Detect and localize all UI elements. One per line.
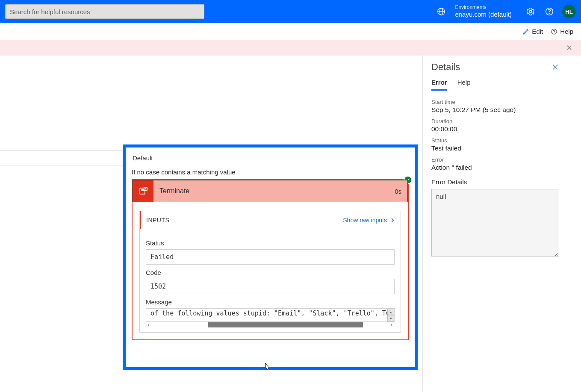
settings-icon[interactable] bbox=[525, 6, 536, 17]
cursor-icon bbox=[265, 363, 272, 371]
switch-default-case-card[interactable]: Default If no case contains a matching v… bbox=[123, 144, 418, 370]
top-app-bar: Search for helpful resources Environment… bbox=[0, 0, 581, 23]
duration-value: 00:00:00 bbox=[431, 125, 559, 133]
code-value: 1502 bbox=[146, 279, 395, 294]
edit-icon bbox=[522, 28, 529, 35]
svg-point-6 bbox=[554, 32, 554, 33]
error-details-textarea[interactable]: null bbox=[431, 189, 559, 256]
user-avatar[interactable]: HL bbox=[562, 5, 576, 18]
duration-label: Duration bbox=[431, 118, 559, 124]
help-circle-icon bbox=[551, 28, 557, 35]
details-panel: Details Error Help Start time Sep 5, 10:… bbox=[422, 56, 568, 392]
action-duration: 0s bbox=[389, 188, 407, 195]
run-status-label: Status bbox=[431, 137, 559, 144]
details-tabs: Error Help bbox=[431, 79, 559, 91]
inputs-panel: INPUTS Show raw inputs Status Failed Cod… bbox=[139, 211, 401, 333]
avatar-initials: HL bbox=[565, 9, 572, 15]
action-name: Terminate bbox=[153, 187, 389, 195]
search-placeholder-text: Search for helpful resources bbox=[10, 8, 90, 15]
inputs-heading: INPUTS bbox=[146, 217, 169, 224]
terminate-action-card[interactable]: Terminate 0s INPUTS Show raw inputs bbox=[132, 179, 409, 340]
canvas-row bbox=[0, 150, 123, 166]
message-value[interactable]: of the following values stupid: "Email",… bbox=[146, 308, 395, 322]
help-label: Help bbox=[560, 28, 573, 35]
designer-canvas[interactable]: Default If no case contains a matching v… bbox=[0, 56, 422, 392]
message-label: Message bbox=[146, 298, 395, 306]
action-header[interactable]: Terminate 0s bbox=[133, 180, 408, 202]
environment-icon bbox=[436, 6, 446, 17]
scroll-left-icon[interactable]: ‹ bbox=[146, 322, 152, 328]
case-title: Default bbox=[133, 154, 409, 162]
edit-button[interactable]: Edit bbox=[522, 28, 543, 35]
close-icon[interactable]: ✕ bbox=[566, 43, 572, 53]
code-label: Code bbox=[146, 269, 395, 276]
search-input[interactable]: Search for helpful resources bbox=[5, 4, 204, 19]
error-label: Error bbox=[431, 156, 559, 163]
scroll-thumb[interactable] bbox=[208, 322, 363, 327]
tab-help[interactable]: Help bbox=[457, 79, 471, 91]
error-banner: ✕ bbox=[0, 40, 581, 56]
environment-value: enayu.com (default) bbox=[455, 11, 512, 18]
close-details-icon[interactable] bbox=[552, 63, 559, 71]
svg-point-4 bbox=[549, 13, 549, 14]
error-value: Action '' failed bbox=[431, 164, 559, 171]
environment-picker[interactable]: Environments enayu.com (default) bbox=[432, 5, 512, 18]
start-time-label: Start time bbox=[431, 99, 559, 105]
chevron-right-icon bbox=[389, 217, 395, 223]
edit-label: Edit bbox=[532, 28, 543, 35]
error-details-label: Error Details bbox=[431, 178, 559, 186]
terminate-icon bbox=[133, 180, 153, 202]
message-vscroll[interactable]: ▴▾ bbox=[387, 309, 394, 321]
command-bar: Edit Help bbox=[0, 23, 581, 40]
message-hscroll[interactable]: ‹ › bbox=[146, 322, 395, 328]
run-status-value: Test failed bbox=[431, 144, 559, 152]
start-time-value: Sep 5, 10:27 PM (5 sec ago) bbox=[431, 106, 559, 114]
help-icon[interactable] bbox=[544, 6, 554, 17]
show-raw-inputs-link[interactable]: Show raw inputs bbox=[343, 217, 395, 224]
case-subtitle: If no case contains a matching value bbox=[132, 168, 409, 176]
scroll-right-icon[interactable]: › bbox=[389, 322, 395, 328]
error-details-value: null bbox=[436, 193, 446, 200]
details-title: Details bbox=[431, 62, 552, 73]
environment-label: Environments bbox=[455, 5, 512, 11]
show-raw-inputs-label: Show raw inputs bbox=[343, 217, 387, 224]
svg-point-2 bbox=[529, 10, 532, 13]
status-label: Status bbox=[146, 239, 395, 247]
help-button[interactable]: Help bbox=[551, 28, 573, 35]
status-value: Failed bbox=[146, 249, 395, 265]
tab-error[interactable]: Error bbox=[431, 79, 447, 91]
